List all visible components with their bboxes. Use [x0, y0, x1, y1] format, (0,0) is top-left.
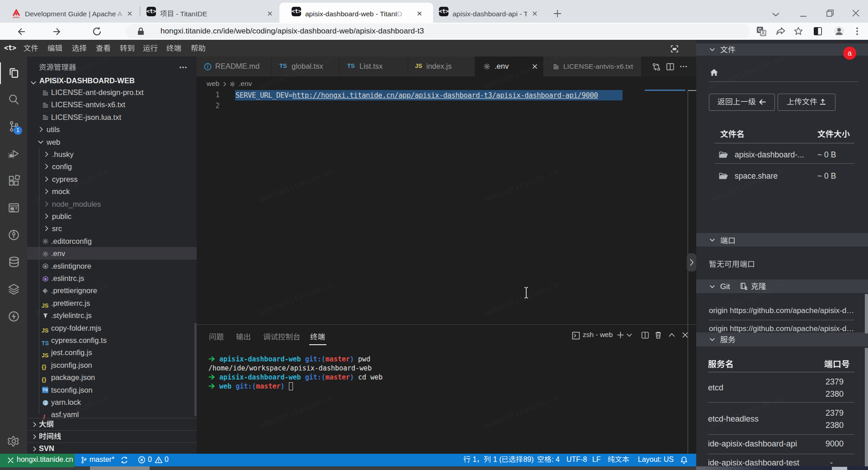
- svg-text:APISIX: APISIX: [13, 16, 20, 18]
